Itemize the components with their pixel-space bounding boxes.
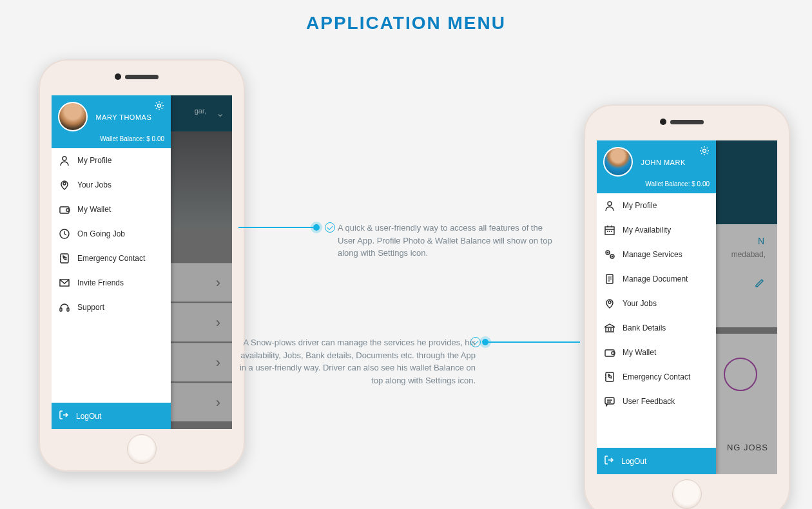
drawer-header: JOHN MARK Wallet Balance: $ 0.00: [597, 140, 716, 193]
menu-item-label: Manage Document: [623, 274, 688, 283]
home-button[interactable]: [127, 434, 157, 464]
annotation-driver: A Snow-plows driver can manage the servi…: [237, 336, 476, 387]
logout-label: LogOut: [621, 457, 646, 466]
driver-menu-item[interactable]: User Feedback: [597, 389, 716, 414]
map-pin-icon: [603, 297, 616, 310]
user-icon: [603, 199, 616, 212]
drawer-header: MARY THOMAS Wallet Balance: $ 0.00: [52, 95, 171, 148]
document-icon: [603, 273, 616, 285]
menu-item-label: Your Jobs: [623, 299, 657, 308]
annotation-connector: [485, 341, 580, 343]
user-menu-item[interactable]: On Going Job: [52, 222, 171, 246]
check-circle-icon: [325, 222, 335, 233]
menu-item-label: My Profile: [623, 201, 657, 210]
phone-user: gar, ⌄ › › › › MARY THOMAS Wallet Balanc…: [39, 59, 245, 472]
wallet-balance: Wallet Balance: $ 0.00: [58, 135, 164, 142]
camera-icon: [115, 73, 121, 80]
driver-menu-item[interactable]: My Profile: [597, 193, 716, 218]
screen-driver: N medabad, NG JOBS JOHN MARK Wallet Bala…: [597, 140, 777, 474]
menu-item-label: Your Jobs: [77, 180, 111, 189]
annotation-dot: [482, 339, 488, 345]
logout-button[interactable]: LogOut: [597, 448, 716, 474]
driver-menu-item[interactable]: Manage Services: [597, 242, 716, 267]
user-icon: [58, 154, 71, 167]
home-button[interactable]: [672, 479, 702, 509]
annotation-user: A quick & user-friendly way to access al…: [338, 222, 557, 260]
driver-menu-item[interactable]: My Wallet: [597, 340, 716, 365]
bank-icon: [603, 322, 616, 334]
menu-item-label: Bank Details: [623, 323, 666, 332]
nav-drawer-user: MARY THOMAS Wallet Balance: $ 0.00 My Pr…: [52, 95, 171, 429]
menu-item-label: Emergency Contact: [77, 254, 145, 263]
menu-item-label: My Wallet: [623, 348, 656, 357]
annotation-dot: [313, 224, 320, 231]
cogs-icon: [603, 248, 616, 261]
user-menu-item[interactable]: My Profile: [52, 148, 171, 173]
chat-icon: [603, 395, 616, 408]
wallet-icon: [58, 203, 71, 216]
menu-item-label: My Wallet: [77, 205, 111, 214]
menu-item-label: My Profile: [77, 156, 111, 165]
menu-item-label: On Going Job: [77, 229, 125, 238]
settings-button[interactable]: [154, 101, 164, 111]
user-menu-item[interactable]: My Wallet: [52, 197, 171, 222]
phone-book-icon: [58, 252, 71, 265]
user-menu-item[interactable]: Your Jobs: [52, 173, 171, 197]
user-name: MARY THOMAS: [95, 113, 151, 121]
menu-item-label: User Feedback: [623, 397, 675, 406]
driver-menu-item[interactable]: Your Jobs: [597, 291, 716, 316]
camera-icon: [660, 119, 666, 125]
driver-menu-item[interactable]: Manage Document: [597, 267, 716, 291]
page-title: APPLICATION MENU: [0, 0, 812, 34]
user-menu-item[interactable]: Invite Friends: [52, 271, 171, 295]
headset-icon: [58, 301, 71, 314]
map-pin-icon: [58, 178, 71, 191]
driver-menu-item[interactable]: Bank Details: [597, 316, 716, 340]
avatar[interactable]: [603, 147, 633, 177]
settings-button[interactable]: [699, 146, 710, 156]
menu-item-label: Manage Services: [623, 250, 682, 259]
phone-book-icon: [603, 370, 616, 383]
logout-label: LogOut: [76, 412, 101, 421]
driver-menu-item[interactable]: My Availability: [597, 218, 716, 242]
logout-button[interactable]: LogOut: [52, 403, 171, 429]
screen-user: gar, ⌄ › › › › MARY THOMAS Wallet Balanc…: [52, 95, 232, 429]
menu-item-label: Emergency Contact: [623, 372, 690, 381]
calendar-icon: [603, 224, 616, 236]
wallet-balance: Wallet Balance: $ 0.00: [603, 180, 710, 187]
envelope-icon: [58, 276, 71, 289]
menu-item-label: Support: [77, 303, 104, 312]
user-menu-item[interactable]: Emergency Contact: [52, 246, 171, 271]
wallet-icon: [603, 346, 616, 359]
menu-item-label: Invite Friends: [77, 278, 124, 287]
avatar[interactable]: [58, 102, 88, 131]
driver-menu-item[interactable]: Emergency Contact: [597, 365, 716, 389]
nav-drawer-driver: JOHN MARK Wallet Balance: $ 0.00 My Prof…: [597, 140, 716, 474]
user-menu-item[interactable]: Support: [52, 295, 171, 320]
drawer-menu: My ProfileMy AvailabilityManage Services…: [597, 193, 716, 448]
phone-driver: N medabad, NG JOBS JOHN MARK Wallet Bala…: [584, 104, 790, 509]
annotation-connector: [238, 227, 313, 228]
user-name: JOHN MARK: [641, 158, 685, 166]
drawer-menu: My ProfileYour JobsMy WalletOn Going Job…: [52, 148, 171, 403]
clock-icon: [58, 227, 71, 240]
menu-item-label: My Availability: [623, 226, 671, 235]
